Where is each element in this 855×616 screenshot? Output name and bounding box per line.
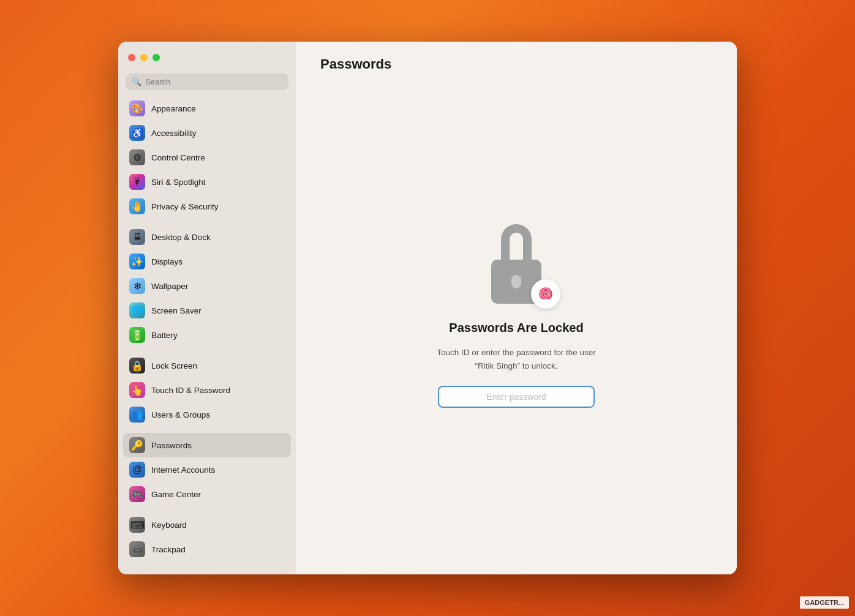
wallpaper-icon: ❄ — [129, 278, 145, 294]
system-preferences-window: 🔍 🎨Appearance♿Accessibility⚙Control Cent… — [118, 42, 737, 574]
siri-spotlight-icon: 🎙 — [129, 174, 145, 190]
screen-saver-icon: 🌐 — [129, 302, 145, 318]
search-bar[interactable]: 🔍 — [126, 73, 288, 90]
sidebar-item-privacy-security[interactable]: 🤚Privacy & Security — [123, 194, 291, 219]
sidebar-item-control-centre[interactable]: ⚙Control Centre — [123, 145, 291, 170]
sidebar-label-desktop-dock: Desktop & Dock — [151, 233, 211, 242]
sidebar-item-displays[interactable]: ✨Displays — [123, 249, 291, 274]
sidebar-label-control-centre: Control Centre — [151, 153, 205, 162]
fingerprint-icon — [537, 285, 555, 303]
maximize-button[interactable] — [153, 54, 160, 61]
sidebar-item-battery[interactable]: 🔋Battery — [123, 323, 291, 347]
content-body: Passwords Are Locked Touch ID or enter t… — [320, 72, 712, 560]
sidebar-item-keyboard[interactable]: ⌨Keyboard — [123, 513, 291, 537]
sidebar-label-siri-spotlight: Siri & Spotlight — [151, 178, 206, 187]
battery-icon: 🔋 — [129, 327, 145, 343]
game-center-icon: 🎮 — [129, 486, 145, 502]
sidebar-label-appearance: Appearance — [151, 104, 196, 113]
sidebar-item-touch-id[interactable]: 👆Touch ID & Password — [123, 378, 291, 402]
sidebar-divider-0 — [123, 219, 291, 225]
sidebar-label-displays: Displays — [151, 257, 183, 266]
sidebar-label-touch-id: Touch ID & Password — [151, 386, 230, 395]
users-groups-icon: 👥 — [129, 407, 145, 423]
sidebar-item-appearance[interactable]: 🎨Appearance — [123, 96, 291, 121]
titlebar — [118, 42, 296, 73]
sidebar-item-wallpaper[interactable]: ❄Wallpaper — [123, 274, 291, 298]
sidebar-label-internet-accounts: Internet Accounts — [151, 465, 215, 475]
sidebar-item-desktop-dock[interactable]: 🖥Desktop & Dock — [123, 225, 291, 249]
sidebar-label-users-groups: Users & Groups — [151, 410, 210, 419]
lock-screen-icon: 🔒 — [129, 358, 145, 374]
minimize-button[interactable] — [140, 54, 148, 61]
sidebar-item-trackpad[interactable]: ▭Trackpad — [123, 537, 291, 562]
content-area: Passwords — [296, 42, 737, 574]
locked-description: Touch ID or enter the password for the u… — [437, 346, 596, 372]
close-button[interactable] — [128, 54, 135, 61]
sidebar-label-passwords: Passwords — [151, 441, 192, 450]
sidebar-divider-1 — [123, 347, 291, 353]
lock-illustration — [480, 224, 553, 304]
sidebar-label-game-center: Game Center — [151, 490, 201, 499]
control-centre-icon: ⚙ — [129, 149, 145, 165]
keyboard-icon: ⌨ — [129, 517, 145, 533]
search-input[interactable] — [145, 77, 282, 86]
internet-accounts-icon: @ — [129, 462, 145, 478]
sidebar-label-screen-saver: Screen Saver — [151, 306, 202, 315]
svg-point-1 — [545, 293, 547, 295]
sidebar-item-users-groups[interactable]: 👥Users & Groups — [123, 402, 291, 427]
fingerprint-badge — [531, 279, 560, 309]
appearance-icon: 🎨 — [129, 100, 145, 116]
sidebar-item-passwords[interactable]: 🔑Passwords — [123, 433, 291, 457]
watermark: GADGETR... — [800, 596, 849, 609]
sidebar-label-lock-screen: Lock Screen — [151, 361, 197, 370]
sidebar: 🔍 🎨Appearance♿Accessibility⚙Control Cent… — [118, 42, 296, 574]
password-input[interactable] — [438, 386, 595, 408]
sidebar-list: 🎨Appearance♿Accessibility⚙Control Centre… — [118, 96, 296, 574]
password-input-wrap[interactable] — [438, 386, 595, 408]
lock-shackle — [501, 224, 532, 260]
sidebar-item-screen-saver[interactable]: 🌐Screen Saver — [123, 298, 291, 323]
sidebar-label-trackpad: Trackpad — [151, 545, 186, 554]
sidebar-divider-2 — [123, 427, 291, 433]
sidebar-label-keyboard: Keyboard — [151, 520, 187, 530]
search-icon: 🔍 — [132, 77, 141, 86]
sidebar-label-wallpaper: Wallpaper — [151, 282, 188, 291]
sidebar-item-accessibility[interactable]: ♿Accessibility — [123, 121, 291, 145]
desktop-dock-icon: 🖥 — [129, 229, 145, 245]
privacy-security-icon: 🤚 — [129, 198, 145, 214]
sidebar-item-game-center[interactable]: 🎮Game Center — [123, 482, 291, 506]
touch-id-icon: 👆 — [129, 382, 145, 398]
sidebar-label-battery: Battery — [151, 331, 178, 340]
passwords-icon: 🔑 — [129, 437, 145, 453]
accessibility-icon: ♿ — [129, 125, 145, 141]
trackpad-icon: ▭ — [129, 541, 145, 557]
sidebar-label-privacy-security: Privacy & Security — [151, 202, 219, 211]
page-title: Passwords — [320, 56, 712, 72]
sidebar-item-siri-spotlight[interactable]: 🎙Siri & Spotlight — [123, 170, 291, 194]
locked-title: Passwords Are Locked — [449, 321, 583, 335]
displays-icon: ✨ — [129, 254, 145, 269]
sidebar-divider-3 — [123, 506, 291, 513]
sidebar-label-accessibility: Accessibility — [151, 129, 197, 138]
sidebar-item-internet-accounts[interactable]: @Internet Accounts — [123, 457, 291, 482]
sidebar-item-lock-screen[interactable]: 🔒Lock Screen — [123, 353, 291, 378]
